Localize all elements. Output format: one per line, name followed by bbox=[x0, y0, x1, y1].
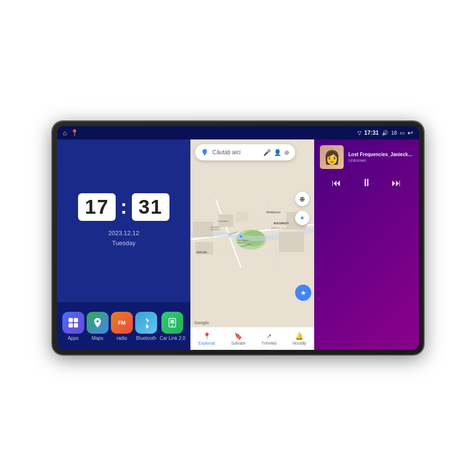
prev-button[interactable]: ⏮ bbox=[332, 178, 341, 188]
svg-text:JUDEȚUL ILFOV: JUDEȚUL ILFOV bbox=[271, 227, 287, 229]
music-artist: Unknown bbox=[348, 158, 413, 163]
svg-point-6 bbox=[172, 325, 173, 326]
status-bar: ⌂ 📍 ▽ 17:31 🔊 18 ▭ ↩ bbox=[57, 126, 419, 139]
app-item-bluetooth[interactable]: Bluetooth bbox=[135, 312, 157, 341]
volume-icon: 🔊 bbox=[382, 130, 388, 136]
music-panel: 👩 Lost Frequencies_Janieck Devy-... Unkn… bbox=[314, 139, 419, 350]
news-icon: 🔔 bbox=[295, 332, 303, 340]
map-nav-saved[interactable]: 🔖 Salvate bbox=[231, 332, 246, 346]
bluetooth-label: Bluetooth bbox=[136, 336, 156, 341]
saved-icon: 🔖 bbox=[234, 332, 242, 340]
google-logo: Google bbox=[194, 320, 209, 325]
svg-rect-0 bbox=[69, 318, 73, 322]
carlink-label: Car Link 2.0 bbox=[159, 336, 185, 341]
maps-icon[interactable]: 📍 bbox=[70, 129, 79, 137]
svg-text:Parcul Natural: Parcul Natural bbox=[237, 239, 248, 241]
explore-icon: 📍 bbox=[203, 332, 211, 340]
status-time: 17:31 bbox=[364, 129, 379, 136]
left-panel: 17 : 31 2023.12.12 Tuesday bbox=[57, 139, 190, 350]
signal-icon: ▽ bbox=[357, 130, 361, 136]
radio-icon-wrap: FM bbox=[111, 312, 133, 334]
svg-rect-5 bbox=[170, 320, 174, 324]
clock-minutes: 31 bbox=[132, 193, 169, 221]
svg-rect-3 bbox=[74, 323, 78, 327]
svg-rect-16 bbox=[193, 222, 213, 237]
music-title: Lost Frequencies_Janieck Devy-... bbox=[348, 152, 413, 157]
bluetooth-icon-wrap bbox=[135, 312, 157, 334]
map-nav-news[interactable]: 🔔 Noutăți bbox=[293, 332, 307, 346]
voice-search-icon[interactable]: 🎤 bbox=[263, 149, 271, 156]
main-content: 17 : 31 2023.12.12 Tuesday bbox=[57, 139, 419, 350]
app-item-carlink[interactable]: Car Link 2.0 bbox=[159, 312, 185, 341]
screen: ⌂ 📍 ▽ 17:31 🔊 18 ▭ ↩ 17 : bbox=[57, 126, 419, 350]
svg-text:Leroy Merlin: Leroy Merlin bbox=[218, 220, 228, 222]
clock-date: 2023.12.12 Tuesday bbox=[108, 228, 139, 248]
clock-display: 17 : 31 bbox=[78, 193, 169, 221]
app-item-radio[interactable]: FM radio bbox=[111, 312, 133, 341]
play-pause-button[interactable]: ⏸ bbox=[361, 177, 372, 189]
svg-text:BUCUREȘTI: BUCUREȘTI bbox=[274, 222, 288, 225]
music-info: Lost Frequencies_Janieck Devy-... Unknow… bbox=[348, 152, 413, 163]
svg-text:TRAPEZULUI: TRAPEZULUI bbox=[266, 211, 280, 214]
album-art-image: 👩 bbox=[320, 145, 344, 169]
maps-label: Maps bbox=[92, 336, 103, 341]
status-right: ▽ 17:31 🔊 18 ▭ ↩ bbox=[357, 129, 413, 137]
app-bar: Apps Maps FM bbox=[57, 302, 190, 350]
next-button[interactable]: ⏭ bbox=[392, 178, 401, 188]
car-display-device: ⌂ 📍 ▽ 17:31 🔊 18 ▭ ↩ 17 : bbox=[52, 121, 424, 355]
map-search-text: Căutați aici bbox=[212, 149, 259, 156]
app-item-apps[interactable]: Apps bbox=[62, 312, 84, 341]
clock-hours: 17 bbox=[78, 193, 116, 221]
map-bottom-nav: 📍 Explorați 🔖 Salvate ↗ Trimiteți 🔔 Nout… bbox=[190, 327, 314, 350]
battery-icon: ▭ bbox=[400, 130, 405, 136]
map-search-bar[interactable]: Căutați aici 🎤 👤 ⊕ bbox=[195, 144, 295, 160]
carlink-icon-wrap bbox=[161, 312, 183, 334]
status-left-icons: ⌂ 📍 bbox=[63, 129, 79, 137]
map-area[interactable]: TRAPEZULUI BUCUREȘTI JUDEȚUL ILFOV BERCE… bbox=[190, 139, 314, 327]
music-album-art: 👩 bbox=[320, 145, 344, 169]
map-search-icons: 🎤 👤 ⊕ bbox=[263, 149, 289, 156]
svg-text:Văcărești: Văcărești bbox=[237, 242, 245, 244]
apps-icon-wrap bbox=[62, 312, 84, 334]
maps-icon-wrap bbox=[87, 312, 109, 334]
map-start-btn[interactable]: ★ bbox=[295, 285, 311, 301]
volume-level: 18 bbox=[391, 130, 397, 136]
share-icon: ↗ bbox=[266, 332, 272, 340]
music-header: 👩 Lost Frequencies_Janieck Devy-... Unkn… bbox=[314, 139, 419, 173]
apps-label: Apps bbox=[68, 336, 79, 341]
svg-text:BUCUREȘTI: BUCUREȘTI bbox=[210, 227, 219, 228]
svg-text:BERCENI: BERCENI bbox=[197, 251, 207, 254]
app-item-maps[interactable]: Maps bbox=[87, 312, 109, 341]
svg-rect-1 bbox=[74, 318, 78, 322]
svg-rect-2 bbox=[69, 323, 73, 327]
home-icon[interactable]: ⌂ bbox=[63, 129, 67, 137]
map-nav-explore[interactable]: 📍 Explorați bbox=[198, 332, 215, 346]
clock-widget: 17 : 31 2023.12.12 Tuesday bbox=[57, 139, 190, 302]
profile-icon[interactable]: 👤 bbox=[274, 149, 281, 156]
svg-rect-20 bbox=[279, 232, 304, 252]
back-icon[interactable]: ↩ bbox=[407, 129, 413, 137]
map-nav-share[interactable]: ↗ Trimiteți bbox=[261, 332, 277, 346]
clock-separator: : bbox=[120, 196, 127, 218]
layers-icon[interactable]: ⊕ bbox=[284, 149, 289, 156]
svg-rect-21 bbox=[236, 212, 249, 222]
music-controls: ⏮ ⏸ ⏭ bbox=[314, 173, 419, 197]
radio-label: radio bbox=[117, 336, 127, 341]
svg-point-36 bbox=[238, 234, 244, 240]
svg-text:SECTORUL 4: SECTORUL 4 bbox=[210, 229, 220, 231]
map-location-btn[interactable]: ⊕ bbox=[295, 192, 309, 206]
map-compass-btn[interactable]: ✦ bbox=[295, 211, 309, 225]
right-panel: TRAPEZULUI BUCUREȘTI JUDEȚUL ILFOV BERCE… bbox=[190, 139, 314, 350]
